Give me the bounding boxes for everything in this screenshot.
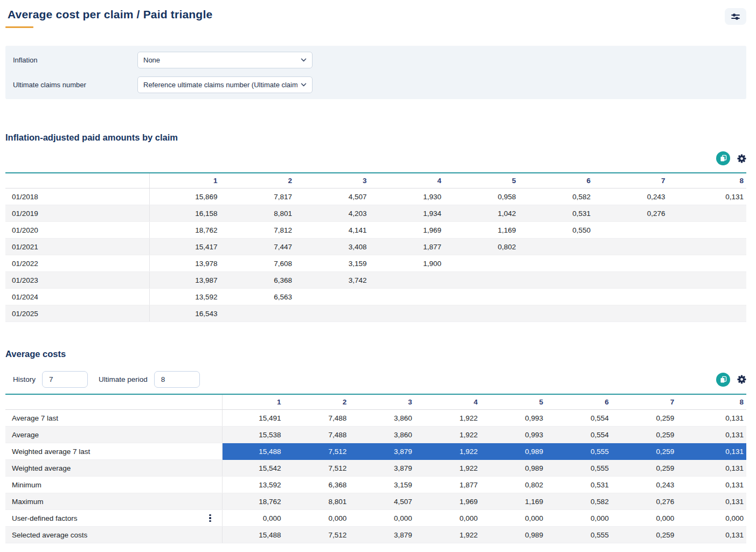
gear-icon: [737, 375, 746, 384]
value-cell[interactable]: 0,989: [484, 443, 550, 460]
row-label[interactable]: User-defined factors: [5, 510, 222, 527]
value-cell[interactable]: 7,488: [288, 410, 353, 427]
value-cell[interactable]: 1,922: [419, 527, 484, 543]
value-cell[interactable]: 0,993: [484, 427, 550, 443]
value-cell[interactable]: 3,879: [353, 527, 419, 543]
row-label[interactable]: Weighted average: [5, 460, 222, 477]
value-cell[interactable]: 1,922: [419, 460, 484, 477]
value-cell: 13,592: [149, 289, 224, 305]
value-cell[interactable]: 0,000: [353, 510, 419, 527]
inflation-select[interactable]: None: [137, 52, 313, 68]
column-header-1: 1: [149, 173, 224, 188]
average-costs-row[interactable]: Minimum13,5926,3683,1591,8770,8020,5310,…: [5, 477, 746, 493]
value-cell[interactable]: 0,131: [681, 477, 746, 493]
row-label[interactable]: Average: [5, 427, 222, 443]
value-cell[interactable]: 0,276: [615, 493, 681, 510]
value-cell[interactable]: 0,131: [681, 527, 746, 543]
value-cell[interactable]: 1,922: [419, 443, 484, 460]
value-cell[interactable]: 1,169: [484, 493, 550, 510]
average-costs-row[interactable]: Average15,5387,4883,8601,9220,9930,5540,…: [5, 427, 746, 443]
average-costs-row[interactable]: User-defined factors0,0000,0000,0000,000…: [5, 510, 746, 527]
value-cell[interactable]: 0,259: [615, 460, 681, 477]
row-label[interactable]: Weighted average 7 last: [5, 443, 222, 460]
value-cell[interactable]: 3,879: [353, 443, 419, 460]
value-cell[interactable]: 7,512: [288, 443, 353, 460]
value-cell[interactable]: 8,801: [288, 493, 353, 510]
row-label[interactable]: Average 7 last: [5, 410, 222, 427]
value-cell[interactable]: 0,131: [681, 427, 746, 443]
row-label[interactable]: Selected average costs: [5, 527, 222, 543]
row-label[interactable]: Maximum: [5, 493, 222, 510]
value-cell[interactable]: 0,131: [681, 443, 746, 460]
value-cell: [299, 289, 373, 305]
ultimate-period-input[interactable]: [154, 371, 200, 388]
value-cell[interactable]: 1,877: [419, 477, 484, 493]
value-cell: 7,447: [224, 239, 299, 255]
page-settings-button[interactable]: [725, 8, 746, 25]
value-cell[interactable]: 0,531: [550, 477, 615, 493]
value-cell[interactable]: 7,512: [288, 460, 353, 477]
table-settings-button[interactable]: [737, 154, 746, 163]
value-cell[interactable]: 6,368: [288, 477, 353, 493]
triangle-row: 01/202115,4177,4473,4081,8770,802: [5, 239, 746, 255]
value-cell[interactable]: 0,000: [681, 510, 746, 527]
value-cell[interactable]: 1,969: [419, 493, 484, 510]
value-cell[interactable]: 0,259: [615, 443, 681, 460]
copy-table-button[interactable]: [716, 373, 730, 387]
value-cell[interactable]: 3,860: [353, 427, 419, 443]
value-cell[interactable]: 0,259: [615, 427, 681, 443]
row-label: 01/2023: [5, 272, 149, 289]
value-cell[interactable]: 0,243: [615, 477, 681, 493]
value-cell[interactable]: 15,542: [222, 460, 288, 477]
value-cell[interactable]: 0,259: [615, 410, 681, 427]
average-costs-row[interactable]: Weighted average15,5427,5123,8791,9220,9…: [5, 460, 746, 477]
average-costs-row[interactable]: Selected average costs15,4887,5123,8791,…: [5, 527, 746, 543]
table-settings-button[interactable]: [737, 375, 746, 384]
value-cell[interactable]: 15,488: [222, 443, 288, 460]
value-cell[interactable]: 3,860: [353, 410, 419, 427]
value-cell[interactable]: 7,488: [288, 427, 353, 443]
value-cell[interactable]: 4,507: [353, 493, 419, 510]
value-cell: 0,802: [448, 239, 523, 255]
value-cell[interactable]: 15,488: [222, 527, 288, 543]
value-cell[interactable]: 0,582: [550, 493, 615, 510]
kebab-menu-icon[interactable]: [205, 513, 215, 524]
value-cell[interactable]: 3,159: [353, 477, 419, 493]
value-cell[interactable]: 13,592: [222, 477, 288, 493]
value-cell[interactable]: 0,000: [222, 510, 288, 527]
average-costs-row[interactable]: Weighted average 7 last15,4887,5123,8791…: [5, 443, 746, 460]
value-cell[interactable]: 0,000: [615, 510, 681, 527]
value-cell[interactable]: 0,000: [550, 510, 615, 527]
value-cell[interactable]: 15,491: [222, 410, 288, 427]
average-costs-row[interactable]: Average 7 last15,4917,4883,8601,9220,993…: [5, 410, 746, 427]
value-cell[interactable]: 0,802: [484, 477, 550, 493]
value-cell[interactable]: 18,762: [222, 493, 288, 510]
value-cell[interactable]: 0,554: [550, 427, 615, 443]
value-cell[interactable]: 0,989: [484, 460, 550, 477]
value-cell[interactable]: 1,922: [419, 427, 484, 443]
ultimate-claims-select[interactable]: Reference ultimate claims number (Ultima…: [137, 76, 313, 93]
value-cell[interactable]: 0,555: [550, 443, 615, 460]
value-cell[interactable]: 0,131: [681, 410, 746, 427]
value-cell[interactable]: 0,259: [615, 527, 681, 543]
value-cell[interactable]: 0,554: [550, 410, 615, 427]
value-cell[interactable]: 0,989: [484, 527, 550, 543]
value-cell[interactable]: 0,993: [484, 410, 550, 427]
history-input[interactable]: [42, 371, 88, 388]
value-cell[interactable]: 0,000: [419, 510, 484, 527]
value-cell[interactable]: 0,000: [484, 510, 550, 527]
row-label[interactable]: Minimum: [5, 477, 222, 493]
value-cell[interactable]: 0,555: [550, 460, 615, 477]
value-cell[interactable]: 0,131: [681, 493, 746, 510]
copy-table-button[interactable]: [716, 151, 730, 165]
average-costs-row[interactable]: Maximum18,7628,8014,5071,9691,1690,5820,…: [5, 493, 746, 510]
value-cell[interactable]: 0,131: [681, 460, 746, 477]
value-cell[interactable]: 0,000: [288, 510, 353, 527]
triangle-row: 01/201815,8697,8174,5071,9300,9580,5820,…: [5, 188, 746, 205]
value-cell[interactable]: 3,879: [353, 460, 419, 477]
value-cell[interactable]: 7,512: [288, 527, 353, 543]
value-cell[interactable]: 15,538: [222, 427, 288, 443]
value-cell[interactable]: 1,922: [419, 410, 484, 427]
value-cell[interactable]: 0,555: [550, 527, 615, 543]
value-cell: 6,563: [224, 289, 299, 305]
